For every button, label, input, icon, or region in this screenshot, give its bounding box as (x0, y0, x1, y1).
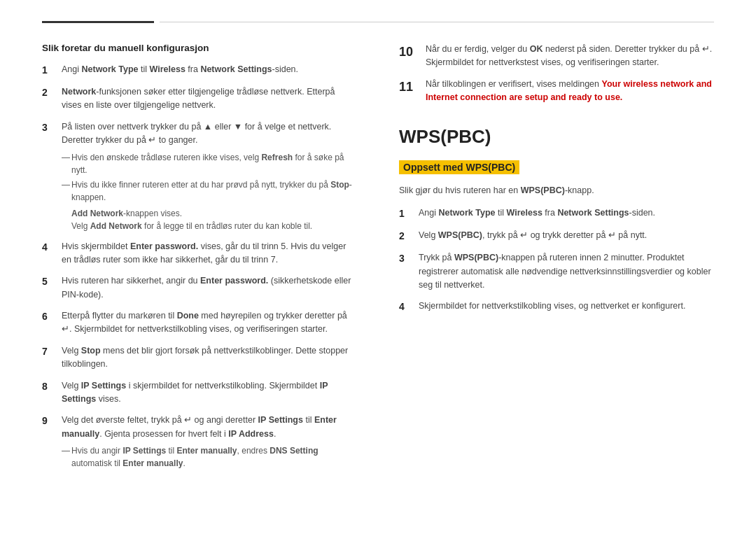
list-item: 2 Network-funksjonen søker etter tilgjen… (42, 85, 357, 113)
wps-title: WPS(PBC) (399, 126, 714, 148)
bullet-item: Hvis den ønskede trådløse ruteren ikke v… (62, 151, 357, 176)
list-item: 8 Velg IP Settings i skjermbildet for ne… (42, 379, 357, 407)
left-numbered-list: 1 Angi Network Type til Wireless fra Net… (42, 63, 357, 473)
list-item: 6 Etterpå flytter du markøren til Done m… (42, 309, 357, 337)
bullet-item: Hvis du angir IP Settings til Enter manu… (62, 444, 357, 470)
list-item: 4 Skjermbildet for nettverkstilkobling v… (399, 300, 714, 314)
top-divider (42, 21, 714, 23)
bullet-list: Hvis den ønskede trådløse ruteren ikke v… (62, 151, 357, 204)
keyword: Network (62, 87, 96, 97)
right-top-section: 10 Når du er ferdig, velger du OK neders… (399, 43, 714, 105)
list-item: 4 Hvis skjermbildet Enter password. vise… (42, 240, 357, 267)
bullet-list: Hvis du angir IP Settings til Enter manu… (62, 444, 357, 470)
list-item: 2 Velg WPS(PBC), trykk på ↵ og trykk der… (399, 229, 714, 244)
wps-intro: Slik gjør du hvis ruteren har en WPS(PBC… (399, 184, 714, 197)
list-item: 1 Angi Network Type til Wireless fra Net… (42, 63, 357, 78)
list-item: 3 På listen over nettverk trykker du på … (42, 120, 357, 232)
sub-indent: Velg Add Network for å legge til en tråd… (71, 220, 357, 232)
list-item: 9 Velg det øverste feltet, trykk på ↵ og… (42, 414, 357, 473)
keyword: Network Type (82, 64, 139, 74)
list-item: 5 Hvis ruteren har sikkerhet, angir du E… (42, 274, 357, 302)
bullet-item: Hvis du ikke finner ruteren etter at du … (62, 178, 357, 204)
sub-indent: Add Network-knappen vises. (71, 207, 357, 220)
list-item: 11 Når tilkoblingen er verifisert, vises… (399, 78, 714, 105)
list-item: 1 Angi Network Type til Wireless fra Net… (399, 206, 714, 221)
wps-subtitle: Oppsett med WPS(PBC) (399, 160, 519, 174)
right-numbered-list: 10 Når du er ferdig, velger du OK neders… (399, 43, 714, 105)
wps-section: WPS(PBC) Oppsett med WPS(PBC) Slik gjør … (399, 126, 714, 315)
list-item: 3 Trykk på WPS(PBC)-knappen på ruteren i… (399, 251, 714, 292)
keyword: Network Settings (200, 64, 272, 74)
list-item: 10 Når du er ferdig, velger du OK neders… (399, 43, 714, 70)
left-column: Slik foretar du manuell konfigurasjon 1 … (42, 43, 357, 481)
wps-numbered-list: 1 Angi Network Type til Wireless fra Net… (399, 206, 714, 314)
right-column: 10 Når du er ferdig, velger du OK neders… (399, 43, 714, 481)
keyword: Wireless (150, 64, 186, 74)
section-title: Slik foretar du manuell konfigurasjon (42, 43, 357, 53)
list-item: 7 Velg Stop mens det blir gjort forsøk p… (42, 344, 357, 372)
